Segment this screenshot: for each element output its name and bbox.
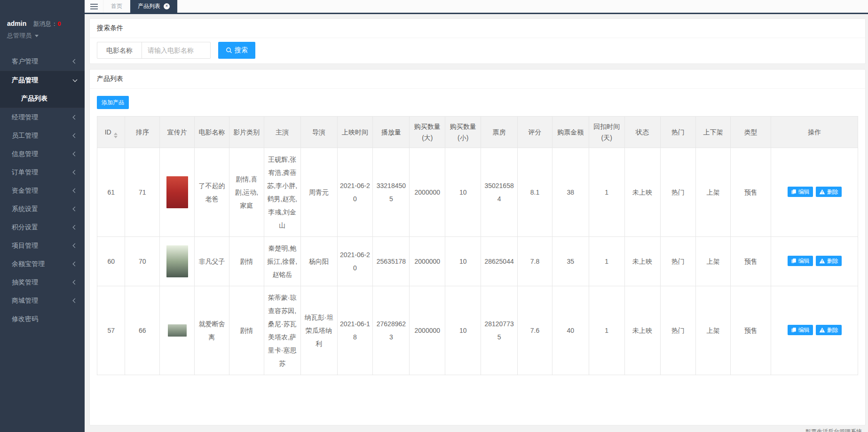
cell-buy-small: 10 [445, 286, 481, 375]
cell-shelf: 上架 [696, 148, 731, 237]
cell-director: 纳瓦彭·坦荣瓜塔纳利 [300, 286, 337, 375]
col-header-category: 影片类别 [229, 117, 264, 148]
sidebar-item-lottery-mgmt[interactable]: 抽奖管理 [0, 273, 85, 291]
chevron-left-icon [73, 207, 78, 212]
search-panel-title: 搜索条件 [90, 19, 865, 38]
sidebar-item-order-mgmt[interactable]: 订单管理 [0, 163, 85, 181]
delete-button[interactable]: 删除 [816, 187, 842, 197]
movie-name-input[interactable] [142, 42, 210, 58]
search-button[interactable]: 搜索 [218, 42, 255, 59]
cell-hot: 热门 [660, 148, 696, 237]
col-header-name: 电影名称 [195, 117, 229, 148]
add-product-button[interactable]: 添加产品 [97, 96, 129, 109]
delete-button[interactable]: 删除 [816, 256, 842, 266]
col-header-box-office: 票房 [481, 117, 518, 148]
cell-category: 剧情 [229, 237, 264, 286]
table-header-row: ID 排序 宣传片 电影名称 影片类别 主演 导演 上映时间 播放量 购买数量 [97, 117, 858, 148]
col-header-rating: 评分 [518, 117, 552, 148]
cell-hot: 热门 [660, 237, 696, 286]
cell-type: 预售 [731, 286, 771, 375]
edit-button[interactable]: 编辑 [788, 187, 813, 197]
cell-rating: 8.1 [518, 148, 552, 237]
sidebar-item-employee-mgmt[interactable]: 员工管理 [0, 126, 85, 145]
col-header-director: 导演 [300, 117, 337, 148]
sidebar-item-project-mgmt[interactable]: 项目管理 [0, 236, 85, 255]
cell-id: 57 [97, 286, 125, 375]
chevron-left-icon [73, 262, 78, 267]
cell-actions: 编辑 删除 [771, 286, 858, 375]
warning-icon [819, 189, 825, 195]
chevron-left-icon [73, 225, 78, 230]
cell-buy-large: 2000000 [410, 148, 445, 237]
username: admin [7, 20, 26, 27]
chevron-left-icon [73, 134, 78, 138]
movie-poster [166, 245, 188, 277]
cell-cast: 王砚辉,张宥浩,龚蓓苾,李小胖,鹤男,赵亮,李彧,刘金山 [264, 148, 300, 237]
sidebar-item-product-list[interactable]: 产品列表 [0, 89, 85, 108]
cell-status: 未上映 [624, 286, 660, 375]
edit-button[interactable]: 编辑 [788, 256, 813, 266]
warning-icon [819, 327, 825, 333]
col-header-actions: 操作 [771, 117, 858, 148]
cell-sort: 70 [125, 237, 160, 286]
sidebar-item-yuebao-mgmt[interactable]: 余额宝管理 [0, 255, 85, 273]
sidebar-item-change-password[interactable]: 修改密码 [0, 310, 85, 328]
role-dropdown[interactable]: 总管理员 [7, 31, 78, 40]
edit-icon [791, 327, 797, 333]
cell-name: 就爱断舍离 [195, 286, 229, 375]
tab-product-list[interactable]: 产品列表 [130, 0, 178, 13]
product-table: ID 排序 宣传片 电影名称 影片类别 主演 导演 上映时间 播放量 购买数量 [97, 116, 858, 375]
delete-button[interactable]: 删除 [816, 325, 842, 335]
col-header-buy-large: 购买数量(大) [410, 117, 445, 148]
cell-buy-large: 2000000 [410, 237, 445, 286]
col-header-shelf: 上下架 [696, 117, 731, 148]
cell-ticket-amount: 35 [552, 237, 589, 286]
tab-bar: 首页 产品列表 [85, 0, 868, 14]
footer-app-title: 影票生活后台管理系统 [89, 425, 866, 432]
cell-rebate-days: 1 [589, 148, 624, 237]
movie-name-field-label: 电影名称 [97, 42, 142, 58]
sidebar-item-mall-mgmt[interactable]: 商城管理 [0, 291, 85, 310]
col-header-poster: 宣传片 [160, 117, 195, 148]
chevron-left-icon [73, 298, 78, 303]
role-label: 总管理员 [7, 31, 32, 40]
cell-plays: 25635178 [373, 237, 410, 286]
movie-name-input-group: 电影名称 [97, 42, 211, 59]
cell-release-date: 2021-06-20 [337, 237, 373, 286]
table-row: 61 71 了不起的老爸 剧情,喜剧,运动,家庭 王砚辉,张宥浩,龚蓓苾,李小胖… [97, 148, 858, 237]
cell-release-date: 2021-06-20 [337, 148, 373, 237]
cell-actions: 编辑 删除 [771, 148, 858, 237]
table-row: 57 66 就爱断舍离 剧情 茱蒂蒙·琼查容苏因,桑尼·苏瓦美塔农,萨里卡·塞思… [97, 286, 858, 375]
chevron-left-icon [73, 189, 78, 193]
edit-button[interactable]: 编辑 [788, 325, 813, 335]
col-header-status: 状态 [624, 117, 660, 148]
cell-buy-large: 2000000 [410, 286, 445, 375]
col-header-id: ID [97, 117, 125, 148]
cell-box-office: 350216584 [481, 148, 518, 237]
hamburger-menu-icon[interactable] [85, 0, 103, 13]
sidebar-item-system-settings[interactable]: 系统设置 [0, 200, 85, 218]
cell-status: 未上映 [624, 237, 660, 286]
movie-poster [168, 324, 187, 337]
sidebar-item-points-settings[interactable]: 积分设置 [0, 218, 85, 236]
sidebar-item-manager-mgmt[interactable]: 经理管理 [0, 108, 85, 126]
tab-home[interactable]: 首页 [103, 0, 130, 13]
cell-category: 剧情 [229, 286, 264, 375]
sidebar-item-product-mgmt[interactable]: 产品管理 [0, 71, 85, 89]
sort-icon[interactable] [114, 133, 118, 138]
cell-type: 预售 [731, 148, 771, 237]
user-block: admin 新消息： 0 总管理员 [0, 0, 85, 40]
cell-box-office: 281207735 [481, 286, 518, 375]
cell-plays: 276289623 [373, 286, 410, 375]
chevron-left-icon [73, 152, 78, 157]
message-count-badge[interactable]: 0 [57, 20, 61, 27]
cell-type: 预售 [731, 237, 771, 286]
sidebar-item-customer-mgmt[interactable]: 客户管理 [0, 52, 85, 71]
sidebar-item-funds-mgmt[interactable]: 资金管理 [0, 181, 85, 200]
chevron-down-icon [73, 77, 78, 82]
cell-release-date: 2021-06-18 [337, 286, 373, 375]
cell-sort: 66 [125, 286, 160, 375]
close-icon[interactable] [164, 3, 170, 9]
sidebar-item-info-mgmt[interactable]: 信息管理 [0, 145, 85, 163]
cell-director: 周青元 [300, 148, 337, 237]
